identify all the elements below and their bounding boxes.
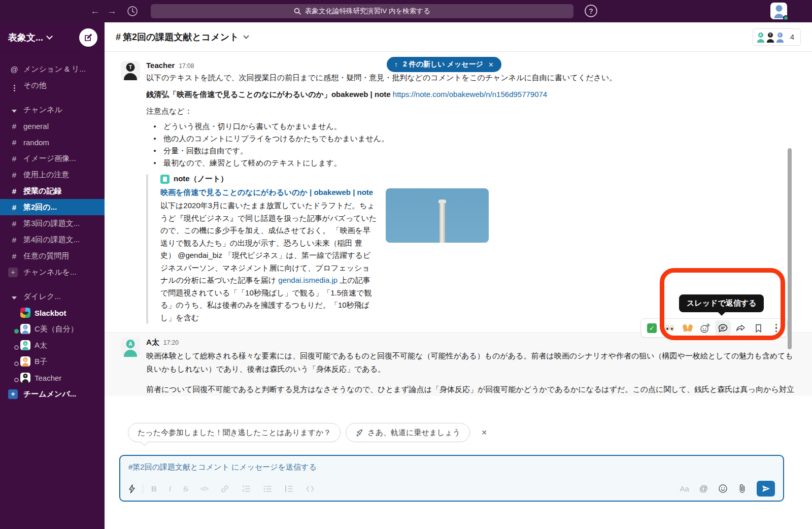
sidebar-channel-session2-active[interactable]: #第2回の... [0,199,105,215]
add-reaction-button[interactable] [697,320,713,336]
composer-toolbar: B I S </> [128,481,775,497]
more-actions-button[interactable] [768,320,784,336]
dm-a-ta[interactable]: A A太 [0,337,105,353]
sidebar-channel-random[interactable]: #random [0,134,105,150]
link-button[interactable] [220,484,229,493]
note-article-link[interactable]: https://note.com/obakeweb/n/n156d9577907… [393,90,547,98]
message-input[interactable]: #第2回の課題文献とコメント にメッセージを送信する [128,462,775,472]
dm-slackbot[interactable]: Slackbot [0,305,105,321]
avatar[interactable]: T [121,61,140,80]
suggestion-chip-on-track[interactable]: さあ、軌道に乗せましょう [346,423,470,442]
new-message-button[interactable] [79,28,97,47]
reaction-eyes-button[interactable] [662,320,678,336]
member-avatar: C [774,31,786,43]
reply-in-thread-button[interactable] [715,320,731,336]
send-button[interactable] [757,481,775,497]
show-formatting-button[interactable]: Aa [680,484,689,493]
hash-icon: # [116,32,121,42]
ordered-list-icon [242,485,251,493]
online-dot [783,15,789,21]
forward-arrow-icon [735,323,746,334]
history-back-icon[interactable]: ← [90,6,100,17]
sender-name[interactable]: A太 [146,338,159,347]
presence-offline-dot [14,378,19,382]
help-icon[interactable]: ? [585,5,597,17]
dm-b-ko[interactable]: B B子 [0,353,105,370]
list-item: ●他の人のコメントにリプライをつけるかたちでもかまいません。 [146,133,798,145]
top-bar: ← → 表象文化論特殊研究演習IV 内を検索する ? [0,0,812,22]
channels-section-header[interactable]: チャンネル [0,102,105,118]
scrollbar[interactable] [788,148,792,349]
sidebar-channel-questions[interactable]: #任意の質問用 [0,248,105,264]
invite-members-button[interactable]: + チームメンバ... [0,386,105,402]
bold-button[interactable]: B [151,484,157,493]
search-input[interactable]: 表象文化論特殊研究演習IV 内を検索する [151,4,573,18]
section-collapse-icon [8,292,20,301]
sidebar-item-more[interactable]: その他 [0,77,105,93]
timestamp[interactable]: 17:08 [179,62,194,70]
card-accent-bar [146,174,148,324]
inline-code-button[interactable]: </> [200,485,208,492]
search-text: 表象文化論特殊研究演習IV 内を検索する [305,7,430,16]
sidebar-item-mentions[interactable]: @ メンション & リ... [0,61,105,77]
lightning-icon [128,484,136,493]
dm-teacher[interactable]: T Teacher [0,370,105,386]
channel-members-button[interactable]: A T C 4 [753,28,801,46]
channel-title[interactable]: #第2回の課題文献とコメント [116,31,239,43]
chevron-down-icon [46,33,53,40]
sidebar-channel-usage-notes[interactable]: #使用上の注意 [0,167,105,183]
card-title-link[interactable]: 映画を倍速で見ることのなにがわるいのか | obakeweb | note [160,186,378,199]
message-actions-toolbar: ✓ [640,318,788,338]
search-icon [294,8,301,15]
card-thumbnail-image[interactable] [386,188,489,243]
workspace-header[interactable]: 表象文... [0,22,105,53]
dm-self[interactable]: C C美（自分） [0,321,105,337]
gendai-link[interactable]: gendai.ismedia.jp [278,276,337,284]
bullet-list-button[interactable] [263,485,272,493]
presence-offline-dot [14,361,19,366]
strikethrough-button[interactable]: S [183,484,188,493]
message-composer: #第2回の課題文献とコメント にメッセージを送信する B I S </> [119,455,784,502]
shortcuts-lightning-button[interactable] [128,484,136,493]
share-message-button[interactable] [733,320,749,336]
save-message-button[interactable] [751,320,766,336]
add-reaction-icon [700,323,710,334]
ordered-list-button[interactable] [242,485,251,493]
composer-area: たった今参加しました！聞き逃したことはありますか？ さあ、軌道に乗せましょう ✕… [105,396,812,529]
reaction-check-mark-button[interactable]: ✓ [644,320,660,336]
emoji-picker-button[interactable] [718,484,728,493]
history-clock-icon[interactable] [127,6,138,17]
plus-icon: + [8,389,18,399]
sidebar-channel-class-records[interactable]: #授業の記録 [0,183,105,199]
user-avatar[interactable] [770,3,787,19]
raised-hands-emoji-icon [683,324,692,332]
sidebar-channel-session4[interactable]: #第4回の課題文... [0,232,105,248]
presence-online-dot [14,329,19,334]
kebab-icon [775,324,777,333]
add-channel-button[interactable]: + チャンネルを... [0,264,105,280]
sidebar-channel-image[interactable]: #イメージ画像... [0,150,105,167]
attach-file-button[interactable] [738,484,747,493]
sidebar-channel-session3[interactable]: #第3回の課題文... [0,215,105,232]
avatar: C [20,324,30,334]
blockquote-button[interactable] [284,485,293,493]
new-messages-banner[interactable]: ↑ 2 件の新しい メッセージ ✕ [387,57,501,72]
close-icon[interactable]: ✕ [481,428,487,437]
sender-name[interactable]: Teacher [146,61,175,70]
history-forward-icon[interactable]: → [107,6,117,17]
dm-section-header[interactable]: ダイレク... [0,288,105,305]
close-icon[interactable]: ✕ [488,61,494,69]
sidebar-channel-general[interactable]: #general [0,118,105,134]
timestamp[interactable]: 17:20 [163,339,179,346]
mention-button[interactable]: @ [699,484,708,494]
avatar[interactable]: A [121,338,140,357]
hash-icon: # [8,138,20,147]
list-item: ●分量・回数は自由です。 [146,145,798,157]
suggestion-chip-joined[interactable]: たった今参加しました！聞き逃したことはありますか？ [128,423,341,442]
avatar: A [20,340,30,350]
compose-pencil-icon [84,33,93,42]
plus-icon: + [8,268,18,277]
italic-button[interactable]: I [169,484,171,493]
reaction-raised-hands-button[interactable] [680,320,695,336]
code-block-button[interactable] [306,485,315,493]
